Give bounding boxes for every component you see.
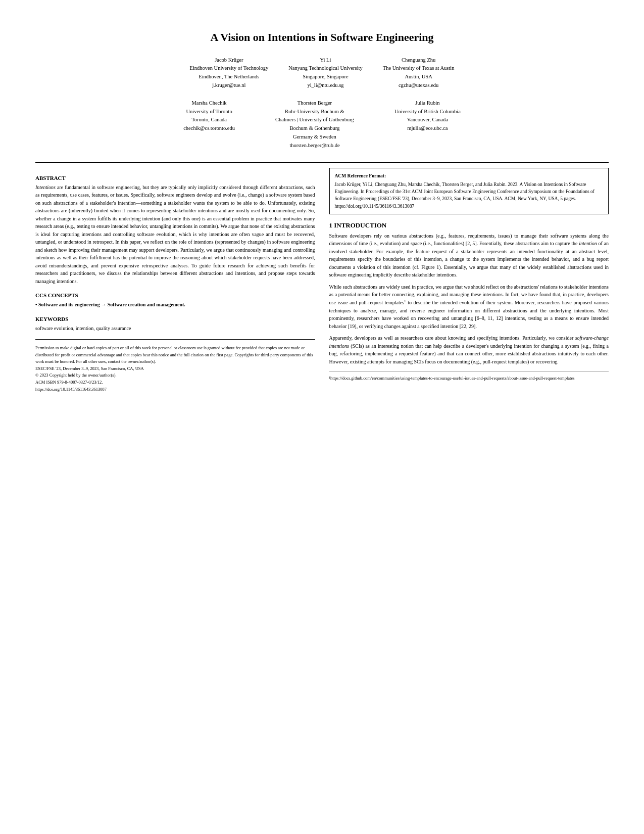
author-email: mjulia@ece.ubc.ca (394, 124, 461, 133)
intro-paragraph-1: Software developers rely on various abst… (329, 232, 609, 279)
acm-reference-box: ACM Reference Format: Jacob Krüger, Yi L… (329, 168, 609, 214)
abstract-title: ABSTRACT (35, 175, 315, 181)
footnote-text: ¹https://docs.github.com/en/communities/… (329, 376, 575, 381)
author-affiliation2: Austin, USA (383, 73, 455, 81)
left-column: ABSTRACT Intentions are fundamental in s… (35, 168, 315, 393)
author-berger: Thorsten Berger Ruhr-University Bochum &… (275, 99, 354, 150)
ccs-title: CCS CONCEPTS (35, 292, 315, 298)
footer-isbn: ACM ISBN 979-8-4007-0327-0/23/12. (35, 379, 315, 386)
footer-conference: ESEC/FSE '23, December 3–9, 2023, San Fr… (35, 365, 315, 373)
author-li: Yi Li Nanyang Technological University S… (288, 56, 363, 90)
author-name: Thorsten Berger (275, 99, 354, 108)
footer-doi: https://doi.org/10.1145/3611643.3613087 (35, 386, 315, 393)
author-name: Chenguang Zhu (383, 56, 455, 65)
ccs-content: • Software and its engineering → Softwar… (35, 301, 315, 309)
author-affiliation4: Germany & Sweden (275, 133, 354, 142)
author-affiliation1: University of Toronto (183, 108, 235, 116)
acm-ref-content: Jacob Krüger, Yi Li, Chenguang Zhu, Mars… (335, 182, 595, 209)
footer-permission: Permission to make digital or hard copie… (35, 345, 315, 365)
author-chechik: Marsha Chechik University of Toronto Tor… (183, 99, 235, 150)
author-email: cgzhu@utexas.edu (383, 81, 455, 90)
author-affiliation2: Vancouver, Canada (394, 116, 461, 124)
paper-title: A Vision on Intentions in Software Engin… (35, 30, 609, 45)
author-name: Marsha Chechik (183, 99, 235, 108)
authors-row2: Marsha Chechik University of Toronto Tor… (35, 99, 609, 150)
section-divider (35, 162, 609, 163)
author-email: yi_li@ntu.edu.sg (288, 81, 363, 90)
footnote-section: ¹https://docs.github.com/en/communities/… (329, 372, 609, 382)
author-affiliation2: Eindhoven, The Netherlands (190, 73, 269, 81)
author-name: Julia Rubin (394, 99, 461, 108)
footer-copyright: © 2023 Copyright held by the owner/autho… (35, 372, 315, 379)
author-affiliation2: Chalmers | University of Gothenburg (275, 116, 354, 124)
keywords-title: KEYWORDS (35, 316, 315, 322)
author-affiliation2: Toronto, Canada (183, 116, 235, 124)
author-email: chechik@cs.toronto.edu (183, 124, 235, 133)
intro-title: 1 INTRODUCTION (329, 221, 609, 229)
author-affiliation1: The University of Texas at Austin (383, 64, 455, 73)
author-name: Jacob Krüger (190, 56, 269, 65)
author-kruger: Jacob Krüger Eindhoven University of Tec… (190, 56, 269, 90)
author-affiliation3: Bochum & Gothenburg (275, 124, 354, 133)
author-email: j.kruger@tue.nl (190, 81, 269, 90)
author-affiliation1: University of British Columbia (394, 108, 461, 116)
abstract-text: Intentions are fundamental in software e… (35, 183, 315, 286)
author-affiliation1: Nanyang Technological University (288, 64, 363, 73)
author-affiliation1: Ruhr-University Bochum & (275, 108, 354, 116)
right-column: ACM Reference Format: Jacob Krüger, Yi L… (329, 168, 609, 393)
author-zhu: Chenguang Zhu The University of Texas at… (383, 56, 455, 90)
author-rubin: Julia Rubin University of British Columb… (394, 99, 461, 150)
author-affiliation1: Eindhoven University of Technology (190, 64, 269, 73)
author-name: Yi Li (288, 56, 363, 65)
keywords-content: software evolution, intention, quality a… (35, 325, 315, 333)
author-email: thorsten.berger@rub.de (275, 142, 354, 150)
authors-row1: Jacob Krüger Eindhoven University of Tec… (35, 56, 609, 90)
author-affiliation2: Singapore, Singapore (288, 73, 363, 81)
two-column-layout: ABSTRACT Intentions are fundamental in s… (35, 168, 609, 393)
acm-ref-title: ACM Reference Format: (335, 172, 604, 179)
footer-section: Permission to make digital or hard copie… (35, 339, 315, 393)
intro-paragraph-3: Apparently, developers as well as resear… (329, 334, 609, 365)
intro-paragraph-2: While such abstractions are widely used … (329, 283, 609, 330)
